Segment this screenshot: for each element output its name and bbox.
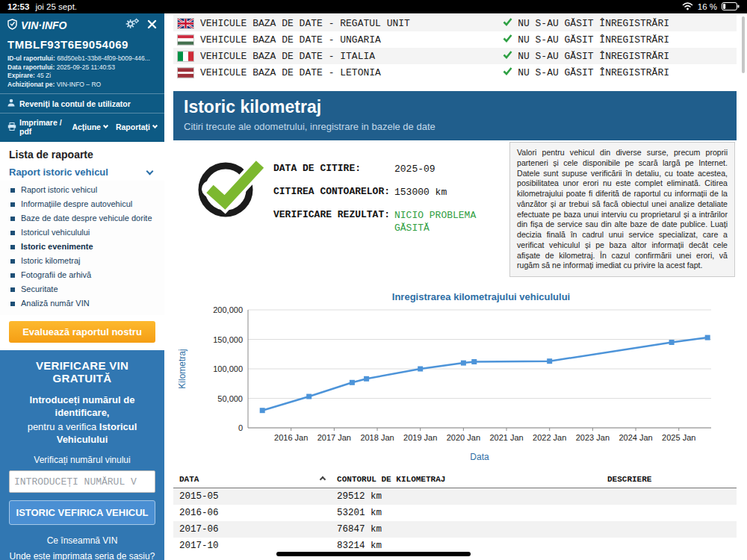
flag-uk-icon — [178, 19, 193, 28]
divider — [0, 113, 164, 113]
chevron-down-icon — [152, 123, 158, 128]
print-pdf-button[interactable]: Imprimare / pdf — [7, 118, 63, 136]
svg-text:Kilometraj: Kilometraj — [177, 349, 187, 388]
sidebar-nav-item[interactable]: Baze de date despre vehicule dorite — [0, 211, 164, 225]
scrollbar[interactable] — [742, 16, 745, 73]
svg-text:2022 Jan: 2022 Jan — [533, 433, 566, 442]
svg-text:2018 Jan: 2018 Jan — [360, 433, 394, 442]
svg-text:2023 Jan: 2023 Jan — [576, 433, 610, 442]
meta-value: 68d50eb1-33b8-4f09-b009-446... — [57, 55, 150, 62]
summary-label: CITIREA CONTOARELOR: — [273, 186, 394, 199]
check-icon — [503, 34, 512, 46]
bullet-icon — [10, 231, 15, 235]
what-is-vin-link[interactable]: Ce înseamnă VIN — [9, 535, 155, 546]
svg-text:200,000: 200,000 — [213, 305, 243, 314]
meta-value: VIN-INFO – RO — [57, 81, 102, 88]
nav-item-label: Istoric evenimente — [21, 241, 93, 252]
svg-text:2020 Jan: 2020 Jan — [447, 433, 480, 442]
cell-date: 2016-06 — [173, 505, 331, 521]
vin-number: TMBLF93T6E9054069 — [7, 38, 157, 51]
summary-label: VERIFICARE REZULTAT: — [273, 209, 394, 234]
nav-item-label: Istoric kilometraj — [21, 255, 80, 267]
back-to-account-link[interactable]: Reveniți la contul de utilizator — [7, 99, 157, 108]
flag-hungary-icon — [178, 35, 193, 45]
sort-asc-icon — [320, 476, 326, 482]
table-header-row: DATA CONTORUL DE KILOMETRAJ DESCRIERE — [173, 471, 737, 488]
sidebar-nav-item[interactable]: Raport istoric vehicul — [0, 183, 164, 197]
date: joi 25 sept. — [35, 2, 77, 11]
meta-value: 45 Zi — [37, 72, 51, 79]
column-header-km[interactable]: CONTORUL DE KILOMETRAJ — [331, 471, 601, 488]
promo-line1: Introduceți numărul de identificare, — [9, 393, 155, 419]
where-is-vin-link[interactable]: Unde este imprimata seria de șasiu? — [9, 551, 155, 560]
db-check-row: VEHICULE BAZA DE DATE - UNGARIA NU S-AU … — [173, 31, 737, 48]
chevron-down-icon — [146, 167, 154, 175]
chart-title: Inregistrarea kilometrajului vehiculului — [226, 291, 737, 302]
db-check-row: VEHICULE BAZA DE DATE - LETONIA NU S-AU … — [173, 64, 737, 81]
bullet-icon — [10, 302, 15, 306]
column-header-desc[interactable]: DESCRIERE — [601, 471, 737, 488]
check-icon — [503, 66, 512, 78]
close-icon[interactable] — [147, 19, 157, 32]
svg-text:2016 Jan: 2016 Jan — [274, 433, 308, 442]
promo-title: VERIFICARE VIN GRATUITĂ — [9, 359, 155, 385]
sidebar-nav-item[interactable]: Analiză număr VIN — [0, 296, 164, 311]
cell-desc — [601, 505, 737, 521]
svg-text:Data: Data — [470, 452, 489, 462]
home-indicator[interactable] — [276, 552, 471, 556]
column-header-label: DATA — [179, 475, 199, 484]
check-vehicle-history-button[interactable]: ISTORIC VEFIRICA VEHICUL — [9, 500, 155, 525]
vin-search-input[interactable] — [9, 470, 155, 493]
cell-date: 2015-05 — [173, 488, 331, 505]
sidebar-nav-item[interactable]: Istoricul vehiculului — [0, 225, 164, 240]
sidebar-nav-item[interactable]: Fotografii de arhivă — [0, 268, 164, 282]
report-selector[interactable]: Raport istoric vehicul — [9, 167, 155, 178]
screen: 12:53 joi 25 sept. 16 % VIN·INFO — [0, 0, 747, 560]
db-check-label: VEHICULE BAZA DE DATE - ITALIA — [200, 51, 375, 62]
sidebar-nav-item[interactable]: Istoric kilometraj — [0, 254, 164, 268]
chevron-down-icon — [103, 123, 108, 128]
report-nav-list: Raport istoric vehicul Informațiile desp… — [0, 181, 164, 315]
settings-gear-icon[interactable] — [125, 18, 140, 33]
brand-logo[interactable]: VIN·INFO — [7, 19, 66, 32]
svg-text:100,000: 100,000 — [213, 364, 243, 373]
meta-label: ID-ul raportului: — [7, 55, 55, 62]
db-check-result: NU S-AU GĂSIT ÎNREGISTRĂRI — [518, 18, 669, 29]
report-meta-row: ID-ul raportului: 68d50eb1-33b8-4f09-b00… — [7, 55, 157, 63]
db-check-label: VEHICULE BAZA DE DATE - REGATUL UNIT — [200, 18, 410, 29]
report-dropdown[interactable]: Raportați — [116, 122, 157, 131]
svg-text:2021 Jan: 2021 Jan — [489, 433, 523, 442]
action-dropdown[interactable]: Acțiune — [72, 122, 108, 131]
big-check-icon — [193, 155, 270, 221]
report-meta-row: Achiziționat pe: VIN-INFO – RO — [7, 81, 157, 90]
report-label: Raportați — [116, 122, 150, 131]
check-icon — [503, 50, 512, 62]
db-check-result: NU S-AU GĂSIT ÎNREGISTRĂRI — [518, 34, 669, 46]
cell-km: 76847 km — [331, 521, 601, 538]
svg-text:2017 Jan: 2017 Jan — [317, 433, 351, 442]
reports-heading: Lista de rapoarte — [9, 149, 155, 161]
sidebar-nav-item[interactable]: Istoric evenimente — [0, 240, 164, 254]
sidebar-nav-item[interactable]: Informațiile despre autovehicul — [0, 197, 164, 211]
rate-report-button[interactable]: Evaluează raportul nostru — [9, 321, 155, 343]
db-check-result: NU S-AU GĂSIT ÎNREGISTRĂRI — [518, 51, 669, 62]
divider — [0, 93, 164, 94]
disclaimer-box: Valori pentru vehicul din diverse surse,… — [509, 142, 735, 277]
mileage-chart: 050,000100,000150,000200,0002016 Jan2017… — [173, 304, 726, 462]
flag-italy-icon — [178, 52, 193, 61]
summary-row: VERIFICARE REZULTAT: NICIO PROBLEMA GĂSI… — [273, 209, 506, 234]
db-check-label: VEHICULE BAZA DE DATE - UNGARIA — [200, 34, 381, 46]
brand-name: VIN·INFO — [21, 19, 66, 31]
svg-text:2025 Jan: 2025 Jan — [662, 433, 695, 442]
db-check-result: NU S-AU GĂSIT ÎNREGISTRĂRI — [518, 67, 669, 78]
table-row: 2016-06 53201 km — [173, 505, 737, 521]
bullet-icon — [10, 245, 15, 249]
db-check-label: VEHICULE BAZA DE DATE - LETONIA — [200, 67, 381, 78]
promo-line2-pre: pentru a verifica — [28, 421, 99, 432]
sidebar-toolbar: Imprimare / pdf Acțiune Raportați — [7, 118, 157, 136]
column-header-data[interactable]: DATA — [173, 471, 331, 488]
sidebar-nav-item[interactable]: Securitate — [0, 282, 164, 296]
summary-value: 153000 km — [394, 186, 447, 199]
bullet-icon — [10, 273, 15, 278]
bullet-icon — [10, 202, 15, 207]
